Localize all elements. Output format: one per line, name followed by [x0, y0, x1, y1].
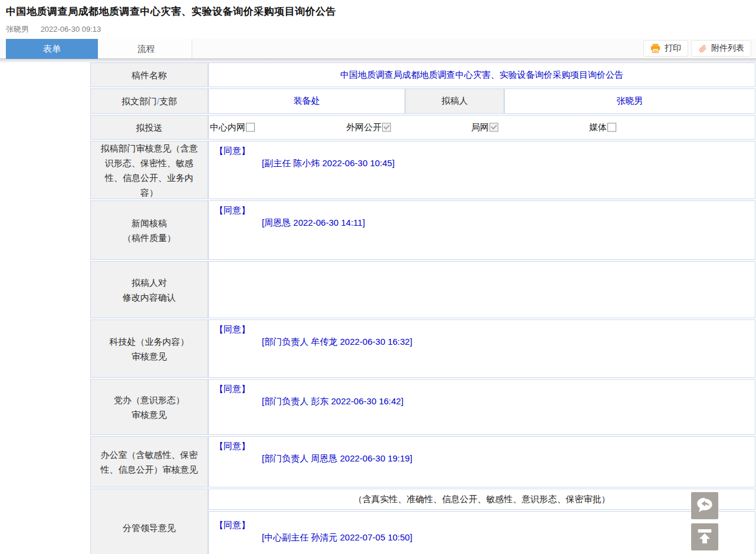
- option-intranet: 中心内网: [210, 122, 255, 133]
- draft-dept-opinion-label: 拟稿部门审核意见（含意识形态、保密性、敏感性、信息公开、业务内容）: [90, 141, 208, 199]
- agree-text: 【同意】: [215, 382, 755, 395]
- author-line: 张晓男 2022-06-30 09:13: [6, 24, 750, 35]
- manuscript-title-value: 中国地质调查局成都地质调查中心灾害、实验设备询价采购项目询价公告: [208, 62, 755, 87]
- signer-text: [副主任 陈小炜 2022-06-30 10:45]: [262, 157, 755, 169]
- row-drafter-confirmation: 拟稿人对 修改内容确认: [90, 261, 755, 318]
- print-button-label: 打印: [665, 43, 681, 54]
- attachment-list-label: 附件列表: [711, 43, 744, 54]
- row-draft-dept-opinion: 拟稿部门审核意见（含意识形态、保密性、敏感性、信息公开、业务内容） 【同意】 […: [90, 141, 755, 199]
- general-office-opinion-value: 【同意】 [部门负责人 周恩恳 2022-06-30 19:19]: [208, 436, 755, 487]
- signer-text: [部门负责人 牟传龙 2022-06-30 16:32]: [262, 335, 755, 348]
- approval-form-table: 稿件名称 中国地质调查局成都地质调查中心灾害、实验设备询价采购项目询价公告 拟文…: [90, 62, 755, 554]
- print-button[interactable]: 打印: [643, 40, 688, 57]
- agree-text: 【同意】: [215, 519, 755, 531]
- intranet-checkbox[interactable]: [246, 123, 255, 132]
- manuscript-title-label: 稿件名称: [90, 62, 208, 87]
- attachment-list-button[interactable]: 附件列表: [691, 40, 751, 57]
- option-bureau-net: 局网: [471, 122, 498, 133]
- form-content: 稿件名称 中国地质调查局成都地质调查中心灾害、实验设备询价采购项目询价公告 拟文…: [90, 62, 755, 554]
- option-intranet-label: 中心内网: [210, 122, 245, 133]
- printer-icon: [650, 44, 660, 53]
- drafter-label: 拟稿人: [405, 88, 504, 114]
- drafter-confirmation-label: 拟稿人对 修改内容确认: [90, 261, 208, 318]
- signer-text: [中心副主任 孙清元 2022-07-05 10:50]: [262, 531, 755, 543]
- option-media: 媒体: [589, 122, 616, 133]
- agree-text: 【同意】: [215, 144, 755, 157]
- agree-text: 【同意】: [215, 323, 755, 335]
- agree-text: 【同意】: [215, 204, 755, 216]
- option-media-label: 媒体: [589, 122, 607, 133]
- party-office-opinion-value: 【同意】 [部门负责人 彭东 2022-06-30 16:42]: [208, 379, 755, 435]
- dept-value: 装备处: [208, 88, 405, 114]
- author-name: 张晓男: [6, 25, 29, 34]
- signer-text: [部门负责人 彭东 2022-06-30 16:42]: [262, 395, 755, 407]
- submit-targets-value: 中心内网 外网公开 局网 媒体: [208, 115, 755, 140]
- row-general-office-opinion: 办公室（含敏感性、保密性、信息公开）审核意见 【同意】 [部门负责人 周恩恳 2…: [90, 436, 755, 487]
- row-manuscript-title: 稿件名称 中国地质调查局成都地质调查中心灾害、实验设备询价采购项目询价公告: [90, 62, 755, 87]
- back-to-top-icon: [695, 526, 715, 548]
- news-review-label: 新闻核稿 （稿件质量）: [90, 200, 208, 260]
- page-header: 中国地质调查局成都地质调查中心灾害、实验设备询价采购项目询价公告 张晓男 202…: [0, 0, 756, 35]
- signer-text: [部门负责人 周恩恳 2022-06-30 19:19]: [262, 452, 755, 464]
- party-office-opinion-label: 党办（意识形态） 审核意见: [90, 379, 208, 435]
- toolbar: 打印 附件列表: [643, 40, 751, 57]
- row-news-review: 新闻核稿 （稿件质量） 【同意】 [周恩恳 2022-06-30 14:11]: [90, 200, 755, 260]
- option-bureau-net-label: 局网: [471, 122, 489, 133]
- leader-opinion-label: 分管领导意见: [90, 489, 208, 554]
- media-checkbox[interactable]: [607, 123, 616, 132]
- reply-bubble-icon: [695, 495, 715, 517]
- created-timestamp: 2022-06-30 09:13: [41, 25, 101, 34]
- option-public-web-label: 外网公开: [346, 122, 382, 133]
- row-submit-targets: 拟投送 中心内网 外网公开 局网 媒体: [90, 115, 755, 140]
- draft-dept-opinion-value: 【同意】 [副主任 陈小炜 2022-06-30 10:45]: [208, 141, 755, 199]
- submit-targets-label: 拟投送: [90, 115, 208, 140]
- row-party-office-opinion: 党办（意识形态） 审核意见 【同意】 [部门负责人 彭东 2022-06-30 …: [90, 379, 755, 435]
- public-web-checkbox[interactable]: [382, 123, 391, 132]
- row-leader-opinion: 分管领导意见 （含真实性、准确性、信息公开、敏感性、意识形态、保密审批） 【同意…: [90, 489, 755, 554]
- bureau-net-checkbox[interactable]: [489, 123, 498, 132]
- row-dept-drafter: 拟文部门/支部 装备处 拟稿人 张晓男: [90, 88, 755, 114]
- drafter-value: 张晓男: [504, 88, 755, 114]
- tab-flow[interactable]: 流程: [100, 39, 192, 58]
- tab-bar: 表单 流程 打印 附件列表: [0, 39, 756, 59]
- tab-form[interactable]: 表单: [6, 39, 98, 59]
- row-scitech-opinion: 科技处（业务内容） 审核意见 【同意】 [部门负责人 牟传龙 2022-06-3…: [90, 319, 755, 378]
- drafter-confirmation-value: [208, 261, 755, 318]
- option-public-web: 外网公开: [346, 122, 391, 133]
- dept-label: 拟文部门/支部: [90, 88, 208, 114]
- scitech-opinion-label: 科技处（业务内容） 审核意见: [90, 319, 208, 378]
- feedback-reply-button[interactable]: [691, 492, 718, 519]
- agree-text: 【同意】: [215, 440, 755, 452]
- signer-text: [周恩恳 2022-06-30 14:11]: [262, 216, 755, 229]
- general-office-opinion-label: 办公室（含敏感性、保密性、信息公开）审核意见: [90, 436, 208, 487]
- scitech-opinion-value: 【同意】 [部门负责人 牟传龙 2022-06-30 16:32]: [208, 319, 755, 378]
- leader-opinion-note: （含真实性、准确性、信息公开、敏感性、意识形态、保密审批）: [208, 489, 755, 510]
- leader-opinion-value: （含真实性、准确性、信息公开、敏感性、意识形态、保密审批） 【同意】 [中心副主…: [208, 489, 755, 554]
- paperclip-icon: [698, 44, 707, 53]
- news-review-value: 【同意】 [周恩恳 2022-06-30 14:11]: [208, 200, 755, 260]
- leader-opinion-signoff: 【同意】 [中心副主任 孙清元 2022-07-05 10:50]: [208, 511, 755, 554]
- page-title: 中国地质调查局成都地质调查中心灾害、实验设备询价采购项目询价公告: [6, 5, 750, 18]
- back-to-top-button[interactable]: [691, 523, 718, 550]
